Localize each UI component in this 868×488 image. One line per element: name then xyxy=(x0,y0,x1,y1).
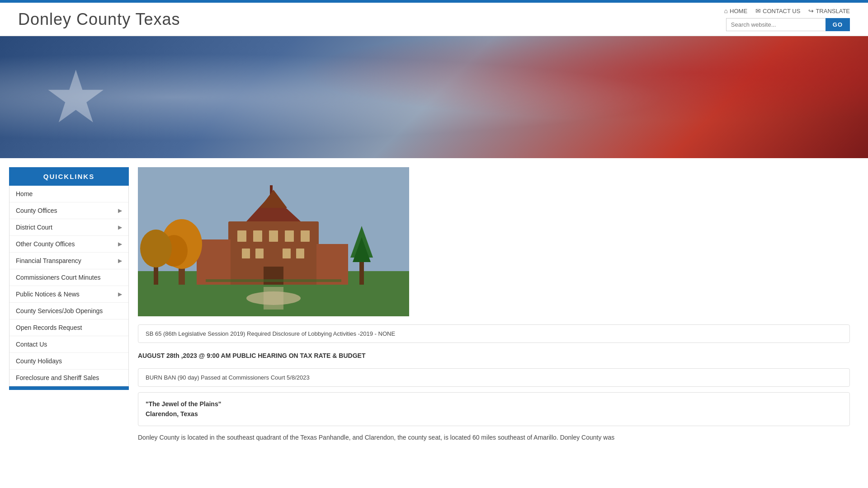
public-hearing-box: AUGUST 28th ,2023 @ 9:00 AM PUBLIC HEARI… xyxy=(138,348,850,363)
jewel-box: "The Jewel of the Plains" Clarendon, Tex… xyxy=(138,392,850,426)
sidebar-item-district-court-label: District Court xyxy=(16,224,52,231)
sidebar-item-contact-us-label: Contact Us xyxy=(16,341,47,348)
sidebar-item-county-services[interactable]: County Services/Job Openings xyxy=(9,303,128,319)
chevron-right-icon: ▶ xyxy=(118,207,122,214)
svg-rect-10 xyxy=(242,249,250,258)
sidebar-item-other-county-offices[interactable]: Other County Offices ▶ xyxy=(9,236,128,253)
header: Donley County Texas ⌂ HOME ✉ CONTACT US … xyxy=(0,3,868,36)
svg-rect-13 xyxy=(296,249,304,258)
sidebar-item-home[interactable]: Home xyxy=(9,186,128,202)
sidebar-item-county-offices[interactable]: County Offices ▶ xyxy=(9,202,128,219)
search-button[interactable]: GO xyxy=(826,18,850,31)
burn-ban-box: BURN BAN (90 day) Passed at Commissioner… xyxy=(138,368,850,387)
hero-banner xyxy=(0,36,868,158)
quicklinks-header: QUICKLINKS xyxy=(9,167,129,186)
sidebar-item-public-notices-news-label: Public Notices & News xyxy=(16,291,80,298)
sidebar-item-county-services-label: County Services/Job Openings xyxy=(16,307,103,314)
svg-point-21 xyxy=(140,230,172,267)
svg-rect-26 xyxy=(264,287,283,310)
nav-home-label: HOME xyxy=(730,8,747,14)
nav-contact[interactable]: ✉ CONTACT US xyxy=(755,7,800,14)
svg-rect-7 xyxy=(269,230,278,242)
sidebar-item-financial-transparency-label: Financial Transparency xyxy=(16,257,81,264)
burn-ban-text: BURN BAN (90 day) Passed at Commissioner… xyxy=(146,374,310,381)
quicklinks-list: Home County Offices ▶ District Court ▶ O… xyxy=(9,186,129,386)
mail-icon: ✉ xyxy=(755,7,761,14)
sidebar-item-commissioners-court-minutes[interactable]: Commissioners Court Minutes xyxy=(9,269,128,286)
translate-icon: ↪ xyxy=(808,7,814,14)
chevron-right-icon: ▶ xyxy=(118,241,122,247)
sidebar-item-open-records-label: Open Records Request xyxy=(16,324,82,331)
svg-rect-5 xyxy=(237,230,246,242)
svg-rect-6 xyxy=(253,230,262,242)
courthouse-svg xyxy=(138,167,409,316)
site-title: Donley County Texas xyxy=(18,10,180,29)
public-hearing-text: AUGUST 28th ,2023 @ 9:00 AM PUBLIC HEARI… xyxy=(138,352,365,359)
sidebar-item-district-court[interactable]: District Court ▶ xyxy=(9,219,128,236)
search-input[interactable] xyxy=(726,18,826,31)
sidebar-item-county-offices-label: County Offices xyxy=(16,207,57,214)
svg-rect-11 xyxy=(255,249,264,258)
svg-rect-16 xyxy=(316,244,348,285)
sidebar-item-county-holidays-label: County Holidays xyxy=(16,357,62,365)
main-layout: QUICKLINKS Home County Offices ▶ Distric… xyxy=(0,158,868,451)
svg-rect-9 xyxy=(301,230,310,242)
sidebar-item-public-notices-news[interactable]: Public Notices & News ▶ xyxy=(9,286,128,303)
sidebar-item-county-holidays[interactable]: County Holidays xyxy=(9,353,128,370)
header-right: ⌂ HOME ✉ CONTACT US ↪ TRANSLATE GO xyxy=(724,7,850,31)
nav-translate[interactable]: ↪ TRANSLATE xyxy=(808,7,850,14)
svg-rect-8 xyxy=(285,230,294,242)
sidebar-bottom-bar xyxy=(9,386,129,390)
chevron-right-icon: ▶ xyxy=(118,258,122,264)
home-icon: ⌂ xyxy=(724,7,728,14)
header-nav: ⌂ HOME ✉ CONTACT US ↪ TRANSLATE xyxy=(724,7,850,14)
sidebar-item-other-county-offices-label: Other County Offices xyxy=(16,240,75,248)
nav-translate-label: TRANSLATE xyxy=(816,8,850,14)
svg-rect-27 xyxy=(206,279,341,282)
sidebar-item-open-records[interactable]: Open Records Request xyxy=(9,319,128,336)
svg-rect-4 xyxy=(270,185,273,197)
main-content: SB 65 (86th Legislative Session 2019) Re… xyxy=(129,158,868,451)
svg-rect-12 xyxy=(283,249,291,258)
chevron-right-icon: ▶ xyxy=(118,224,122,230)
sidebar-item-contact-us[interactable]: Contact Us xyxy=(9,336,128,353)
jewel-line2: Clarendon, Texas xyxy=(146,409,842,419)
sidebar-item-commissioners-court-minutes-label: Commissioners Court Minutes xyxy=(16,274,101,281)
lobbying-notice-box: SB 65 (86th Legislative Session 2019) Re… xyxy=(138,324,850,343)
sidebar-item-financial-transparency[interactable]: Financial Transparency ▶ xyxy=(9,253,128,269)
lobbying-notice-text: SB 65 (86th Legislative Session 2019) Re… xyxy=(146,330,395,337)
nav-contact-label: CONTACT US xyxy=(763,8,800,14)
sidebar-item-home-label: Home xyxy=(16,190,33,197)
sidebar-item-foreclosure-sheriff-sales[interactable]: Foreclosure and Sheriff Sales xyxy=(9,370,128,386)
county-description: Donley County is located in the southeas… xyxy=(138,432,850,442)
chevron-right-icon: ▶ xyxy=(118,291,122,297)
nav-home[interactable]: ⌂ HOME xyxy=(724,7,747,14)
search-bar: GO xyxy=(726,18,850,31)
sidebar-item-foreclosure-sheriff-sales-label: Foreclosure and Sheriff Sales xyxy=(16,374,99,381)
courthouse-image xyxy=(138,167,409,316)
jewel-line1: "The Jewel of the Plains" xyxy=(146,399,842,409)
courthouse-image-container xyxy=(138,167,409,316)
sidebar: QUICKLINKS Home County Offices ▶ Distric… xyxy=(0,158,129,451)
